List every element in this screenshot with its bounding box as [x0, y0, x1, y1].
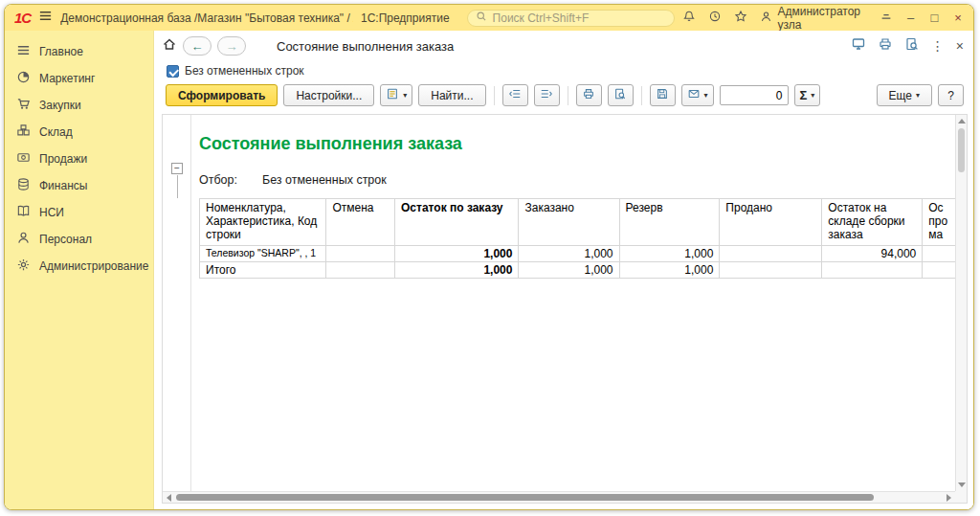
- col-reserve[interactable]: Резерв: [619, 199, 720, 246]
- print-preview-button[interactable]: [608, 84, 634, 106]
- counter-input[interactable]: [720, 85, 789, 105]
- form-title: Состояние выполнения заказа: [277, 39, 454, 54]
- cell-ordered[interactable]: 1,000: [519, 246, 619, 262]
- report-row-total: Итого 1,000 1,000 1,000: [200, 262, 967, 279]
- sidebar-item-main[interactable]: Главное: [5, 38, 153, 65]
- form-header-actions: ⋮ ×: [851, 36, 964, 56]
- settings-button[interactable]: Настройки...: [283, 84, 374, 106]
- cell-order-remainder[interactable]: 1,000: [395, 246, 519, 262]
- col-order-remainder[interactable]: Остаток по заказу: [395, 199, 519, 246]
- cell-order-remainder[interactable]: 1,000: [395, 262, 519, 279]
- more-menu-button[interactable]: ⋮: [931, 38, 945, 54]
- sidebar: Главное Маркетинг Закупки Склад Продажи …: [5, 31, 154, 509]
- expand-groups-icon: [540, 87, 553, 103]
- sidebar-item-sales[interactable]: Продажи: [5, 146, 153, 172]
- sidebar-item-warehouse[interactable]: Склад: [5, 119, 153, 146]
- sidebar-item-finance[interactable]: Финансы: [5, 172, 153, 199]
- envelope-icon: [687, 87, 701, 103]
- connection-status-button[interactable]: [880, 10, 893, 27]
- cell-reserve[interactable]: 1,000: [619, 262, 720, 279]
- sidebar-item-label: Главное: [39, 45, 83, 58]
- global-search-box[interactable]: Поиск Ctrl+Shift+F: [467, 10, 676, 27]
- col-nomenclature[interactable]: Номенклатура, Характеристика, Код строки: [200, 199, 326, 246]
- favorites-button[interactable]: [734, 10, 747, 27]
- checkbox-label[interactable]: Без отмененных строк: [185, 64, 304, 78]
- sidebar-item-label: НСИ: [39, 206, 64, 219]
- network-status-icon: [880, 10, 893, 27]
- cell-warehouse-remainder[interactable]: 94,000: [822, 246, 923, 262]
- generate-button[interactable]: Сформировать: [166, 84, 278, 106]
- save-button[interactable]: [650, 84, 676, 106]
- vertical-scroll-thumb[interactable]: [958, 128, 965, 172]
- cart-icon: [16, 97, 31, 114]
- sidebar-item-personnel[interactable]: Персонал: [5, 226, 153, 253]
- close-form-button[interactable]: ×: [956, 38, 964, 54]
- find-button[interactable]: Найти...: [418, 84, 485, 106]
- notifications-button[interactable]: [682, 10, 696, 27]
- cell-cancel[interactable]: [326, 262, 395, 279]
- print-header-button[interactable]: [878, 36, 893, 56]
- col-sold[interactable]: Продано: [720, 199, 822, 246]
- sidebar-item-marketing[interactable]: Маркетинг: [5, 65, 153, 92]
- help-button[interactable]: ?: [938, 84, 964, 106]
- scrollbar-corner: [955, 491, 967, 503]
- vertical-scrollbar[interactable]: [955, 115, 967, 491]
- sidebar-item-label: Маркетинг: [39, 72, 95, 85]
- horizontal-scroll-thumb[interactable]: [176, 494, 874, 501]
- monitor-icon: [851, 36, 866, 56]
- history-clock-icon: [708, 10, 722, 27]
- sidebar-item-nsi[interactable]: НСИ: [5, 199, 153, 226]
- sidebar-item-label: Закупки: [39, 99, 81, 112]
- cell-warehouse-remainder[interactable]: [822, 262, 923, 279]
- group-line: [177, 175, 178, 198]
- maximize-button[interactable]: □: [929, 11, 941, 25]
- scroll-down-arrow[interactable]: [958, 482, 966, 487]
- col-ordered[interactable]: Заказано: [519, 199, 619, 246]
- sidebar-item-label: Финансы: [39, 179, 87, 192]
- horizontal-scrollbar[interactable]: [163, 491, 955, 503]
- sidebar-item-administration[interactable]: Администрирование: [5, 253, 153, 280]
- preview-header-button[interactable]: [904, 36, 920, 56]
- scroll-right-arrow[interactable]: [947, 494, 951, 502]
- scroll-up-arrow[interactable]: [958, 119, 966, 123]
- scroll-left-arrow[interactable]: [167, 494, 171, 502]
- cell-total-label[interactable]: Итого: [200, 262, 326, 279]
- form-header: ← → Состояние выполнения заказа: [154, 31, 973, 61]
- more-button[interactable]: Еще ▾: [877, 84, 932, 106]
- col-cancel[interactable]: Отмена: [326, 199, 395, 246]
- report-title: Состояние выполнения заказа: [199, 134, 967, 154]
- send-email-button[interactable]: ▾: [681, 84, 714, 106]
- forward-button[interactable]: →: [217, 36, 246, 56]
- no-cancelled-rows-checkbox[interactable]: [167, 65, 179, 78]
- sidebar-item-purchases[interactable]: Закупки: [5, 92, 153, 119]
- report-variants-button[interactable]: ▾: [380, 84, 412, 106]
- collapse-groups-button[interactable]: [502, 84, 528, 106]
- back-button[interactable]: ←: [183, 36, 212, 56]
- user-menu[interactable]: Администратор узла: [760, 5, 866, 32]
- close-window-button[interactable]: ×: [952, 11, 964, 25]
- cell-nomenclature[interactable]: Телевизор "SHARP", , 1: [200, 246, 326, 262]
- sidebar-item-label: Склад: [39, 125, 73, 139]
- user-icon: [760, 11, 772, 26]
- hamburger-icon: [38, 9, 53, 27]
- home-button[interactable]: [162, 36, 177, 56]
- expand-groups-button[interactable]: [534, 84, 560, 106]
- sum-button[interactable]: Σ ▾: [794, 84, 821, 106]
- main-menu-button[interactable]: [38, 9, 53, 27]
- display-settings-button[interactable]: [851, 36, 866, 56]
- history-button[interactable]: [708, 10, 722, 27]
- report-document: − Состояние выполнения заказа Отбор: Без…: [162, 114, 968, 504]
- cell-cancel[interactable]: [326, 246, 395, 262]
- chevron-down-icon: ▾: [811, 91, 814, 100]
- print-button[interactable]: [576, 84, 602, 106]
- cell-reserve[interactable]: 1,000: [619, 246, 720, 262]
- cell-ordered[interactable]: 1,000: [519, 262, 619, 279]
- cell-sold[interactable]: [720, 246, 822, 262]
- search-placeholder: Поиск Ctrl+Shift+F: [493, 11, 590, 25]
- printer-icon: [582, 87, 595, 103]
- cell-sold[interactable]: [720, 262, 822, 279]
- grouping-gutter: −: [163, 115, 191, 503]
- group-collapse-button[interactable]: −: [171, 163, 183, 174]
- minimize-button[interactable]: –: [905, 11, 917, 25]
- col-warehouse-remainder[interactable]: Остаток на складе сборки заказа: [822, 199, 923, 246]
